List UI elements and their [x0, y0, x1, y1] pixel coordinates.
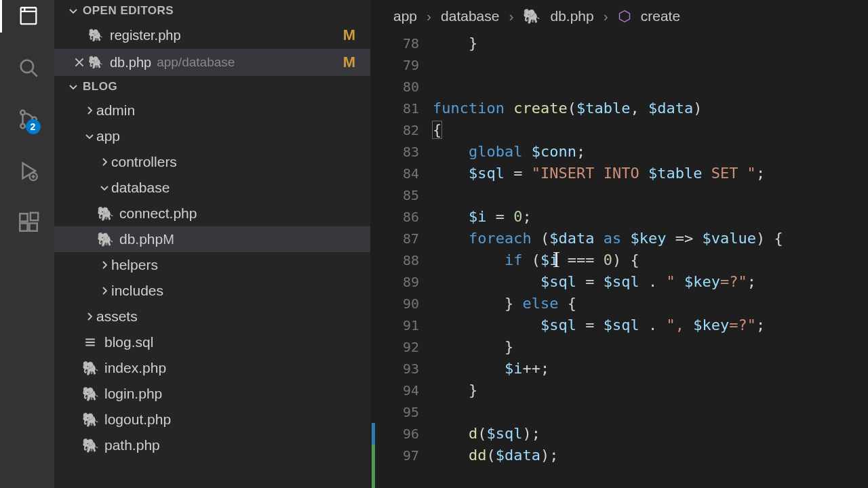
code-line[interactable]: 78 } — [370, 33, 868, 54]
chevron-right-icon — [98, 260, 111, 270]
open-editor-item[interactable]: 🐘register.phpM — [54, 22, 370, 49]
code-line[interactable]: 97 dd($data); — [370, 445, 868, 466]
code-content[interactable]: dd($data); — [433, 445, 558, 466]
folder-item[interactable]: controllers — [54, 149, 370, 175]
folder-item[interactable]: database — [54, 175, 370, 201]
folder-item[interactable]: app — [54, 123, 370, 149]
open-editor-item[interactable]: 🐘db.phpapp/databaseM — [54, 49, 370, 76]
folder-item[interactable]: assets — [54, 304, 370, 329]
explorer-title: BLOG — [83, 80, 117, 94]
line-number: 95 — [370, 401, 433, 423]
code-line[interactable]: 86 $i = 0; — [370, 206, 868, 228]
code-line[interactable]: 85 — [370, 184, 868, 206]
code-line[interactable]: 84 $sql = "INSERT INTO $table SET "; — [370, 163, 868, 184]
code-line[interactable]: 90 } else { — [370, 293, 868, 314]
svg-point-0 — [20, 60, 33, 73]
php-file-icon: 🐘 — [83, 437, 98, 453]
sidebar: OPEN EDITORS 🐘register.phpM🐘db.phpapp/da… — [54, 0, 370, 488]
code-content[interactable]: $sql = "INSERT INTO $table SET "; — [433, 163, 765, 184]
code-content[interactable]: $sql = $sql . ", $key=?"; — [433, 314, 765, 336]
line-number: 82 — [370, 119, 433, 141]
file-item[interactable]: 🐘login.php — [54, 381, 370, 407]
code-content[interactable]: } — [433, 33, 477, 54]
php-file-icon: 🐘 — [88, 55, 103, 70]
code-line[interactable]: 95 — [370, 401, 868, 423]
line-number: 79 — [370, 54, 433, 76]
line-number: 94 — [370, 380, 433, 401]
file-item[interactable]: 🐘logout.php — [54, 407, 370, 432]
extensions-activity-icon[interactable] — [12, 206, 45, 239]
code-content[interactable]: global $conn; — [433, 141, 585, 163]
breadcrumb-segment[interactable]: create — [641, 8, 680, 24]
code-line[interactable]: 92 } — [370, 336, 868, 358]
code-content[interactable]: } — [433, 336, 513, 358]
tree-label: connect.php — [119, 205, 197, 222]
explorer-folder-header[interactable]: BLOG — [54, 76, 370, 98]
code-line[interactable]: 93 $i++; — [370, 358, 868, 380]
line-number: 88 — [370, 249, 433, 271]
file-item[interactable]: 🐘index.php — [54, 355, 370, 381]
code-line[interactable]: 96 d($sql); — [370, 423, 868, 445]
breadcrumb-segment[interactable]: database — [441, 8, 499, 24]
line-number: 93 — [370, 358, 433, 380]
file-name: db.php — [110, 55, 151, 70]
code-line[interactable]: 91 $sql = $sql . ", $key=?"; — [370, 314, 868, 336]
code-content[interactable]: { — [433, 119, 441, 141]
code-content[interactable]: function create($table, $data) — [433, 98, 702, 119]
code-editor[interactable]: 78 }798081function create($table, $data)… — [370, 33, 868, 488]
debug-activity-icon[interactable] — [12, 155, 45, 187]
tree-label: database — [111, 180, 170, 196]
code-line[interactable]: 79 — [370, 54, 868, 76]
svg-point-3 — [20, 124, 25, 129]
code-line[interactable]: 89 $sql = $sql . " $key=?"; — [370, 271, 868, 293]
code-content[interactable]: } else { — [433, 293, 576, 314]
php-file-icon: 🐘 — [523, 8, 540, 24]
tree-label: blog.sql — [104, 334, 153, 350]
code-line[interactable]: 82{ — [370, 119, 868, 141]
code-line[interactable]: 81function create($table, $data) — [370, 98, 868, 119]
line-number: 86 — [370, 206, 433, 228]
tree-label: helpers — [111, 257, 158, 273]
code-content[interactable]: if ($i === 0) {I — [433, 249, 639, 271]
close-icon[interactable] — [71, 56, 88, 68]
svg-rect-9 — [30, 213, 37, 220]
folder-item[interactable]: includes — [54, 278, 370, 304]
file-item[interactable]: 🐘path.php — [54, 432, 370, 458]
chevron-down-icon — [66, 81, 80, 92]
open-editors-header[interactable]: OPEN EDITORS — [54, 0, 370, 22]
php-file-icon: 🐘 — [98, 205, 113, 222]
breadcrumb[interactable]: app › database › 🐘 db.php › create — [370, 0, 868, 33]
php-file-icon: 🐘 — [83, 411, 98, 428]
breadcrumb-segment[interactable]: app — [393, 8, 417, 24]
code-line[interactable]: 94 } — [370, 380, 868, 401]
code-content[interactable]: $sql = $sql . " $key=?"; — [433, 271, 756, 293]
open-editors-title: OPEN EDITORS — [83, 4, 174, 18]
code-line[interactable]: 87 foreach ($data as $key => $value) { — [370, 228, 868, 249]
chevron-right-icon: › — [427, 8, 431, 24]
modified-badge: M — [343, 26, 355, 44]
file-item[interactable]: blog.sql — [54, 329, 370, 355]
code-content[interactable]: $i = 0; — [433, 206, 532, 228]
search-activity-icon[interactable] — [12, 52, 45, 84]
scm-activity-icon[interactable]: 2 — [12, 103, 45, 136]
code-content[interactable]: foreach ($data as $key => $value) { — [433, 228, 783, 249]
line-number: 87 — [370, 228, 433, 249]
activity-bar: 2 — [0, 0, 54, 488]
code-content[interactable]: } — [433, 380, 477, 401]
file-item[interactable]: 🐘db.phpM — [54, 226, 370, 252]
code-line[interactable]: 83 global $conn; — [370, 141, 868, 163]
code-line[interactable]: 80 — [370, 76, 868, 98]
code-content[interactable]: d($sql); — [433, 423, 540, 445]
breadcrumb-segment[interactable]: db.php — [550, 8, 593, 24]
code-line[interactable]: 88 if ($i === 0) {I — [370, 249, 868, 271]
folder-item[interactable]: helpers — [54, 252, 370, 278]
folder-item[interactable]: admin — [54, 98, 370, 123]
file-name: register.php — [110, 28, 181, 43]
tree-label: assets — [96, 308, 138, 325]
explorer-activity-icon[interactable] — [12, 0, 45, 33]
tree-label: includes — [111, 283, 163, 299]
editor-pane: app › database › 🐘 db.php › create 78 }7… — [370, 0, 868, 488]
code-content[interactable]: $i++; — [433, 358, 549, 380]
line-number: 84 — [370, 163, 433, 184]
file-item[interactable]: 🐘connect.php — [54, 201, 370, 226]
